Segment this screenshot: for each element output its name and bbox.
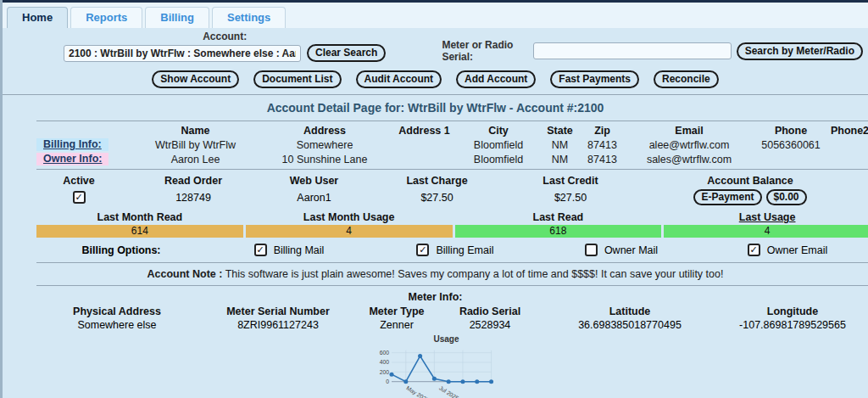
audit-account-button[interactable]: Audit Account	[356, 70, 442, 88]
billing-email-checkbox[interactable]: ✓	[416, 244, 429, 256]
last-usage-link[interactable]: Last Usage	[664, 211, 868, 223]
billing-zip: 87413	[579, 139, 626, 151]
billing-address: Somewhere	[257, 139, 392, 151]
column-header-city: City	[456, 125, 541, 137]
balance-amount-button[interactable]: $0.00	[766, 189, 807, 205]
account-search-input[interactable]	[64, 45, 301, 62]
column-header-address1: Address 1	[392, 125, 456, 137]
physical-address-value: Somewhere else	[36, 319, 198, 331]
svg-text:600: 600	[380, 350, 390, 356]
account-status-section: Active Read Order Web User Last Charge L…	[36, 175, 868, 205]
owner-address: 10 Sunshine Lane	[257, 154, 392, 165]
divider	[36, 285, 868, 286]
owner-zip: 87413	[579, 154, 626, 165]
svg-text:200: 200	[380, 369, 390, 375]
account-balance-label: Account Balance	[630, 175, 868, 187]
contact-table: Name Address Address 1 City State Zip Em…	[36, 125, 868, 165]
account-note-label: Account Note :	[147, 268, 223, 280]
latitude-label: Latitude	[545, 306, 715, 317]
owner-mail-checkbox[interactable]	[585, 244, 598, 256]
account-note-text: This software is just plain awesome! Sav…	[225, 268, 724, 280]
column-header-state: State	[541, 125, 579, 137]
content-area: Account: Clear Search Meter or Radio Ser…	[3, 28, 868, 398]
usage-chart-svg: 0200400600May 2025Jul 2025	[361, 344, 509, 398]
meter-type-label: Meter Type	[359, 306, 435, 317]
meter-serial-input[interactable]	[533, 42, 731, 59]
account-balance-buttons: E-Payment $0.00	[630, 189, 868, 205]
latitude-value: 36.698385018770495	[545, 319, 715, 331]
billing-email: alee@wtrflw.com	[626, 139, 753, 151]
usage-chart-title: Usage	[355, 334, 516, 344]
owner-email-checkbox[interactable]: ✓	[748, 244, 760, 256]
column-header-phone2: Phone2	[829, 125, 868, 137]
tab-billing[interactable]: Billing	[145, 7, 209, 28]
billing-name: WtrBill by WtrFlw	[134, 139, 257, 151]
last-read-bar: 618	[455, 225, 662, 238]
owner-info-link[interactable]: Owner Info:	[36, 153, 108, 165]
active-checkbox[interactable]: ✓	[73, 191, 86, 204]
column-header-zip: Zip	[579, 125, 626, 137]
search-section: Account: Clear Search Meter or Radio Ser…	[3, 28, 868, 63]
owner-email-label: Owner Email	[767, 244, 828, 256]
column-header-address: Address	[257, 125, 392, 137]
account-label: Account:	[203, 31, 247, 42]
owner-email: sales@wtrflw.com	[626, 154, 753, 165]
last-credit-value: $27.50	[511, 192, 630, 204]
clear-search-button[interactable]: Clear Search	[307, 44, 386, 62]
show-account-button[interactable]: Show Account	[152, 70, 239, 88]
tab-bar: Home Reports Billing Settings	[3, 3, 868, 28]
web-user-label: Web User	[265, 175, 363, 187]
search-by-meter-button[interactable]: Search by Meter/Radio	[737, 42, 863, 60]
last-read-label: Last Read	[455, 211, 662, 223]
account-search-group: Account: Clear Search	[64, 31, 386, 62]
last-month-read-bar: 614	[36, 225, 243, 238]
last-usage-bar: 4	[664, 225, 868, 238]
fast-payments-button[interactable]: Fast Payments	[550, 70, 639, 88]
owner-city: Bloomfield	[456, 154, 541, 165]
account-actions-row: Show Account Document List Audit Account…	[3, 70, 868, 88]
divider	[3, 94, 868, 95]
meter-info-section: Physical Address Meter Serial Number Met…	[36, 306, 868, 331]
meter-info-title: Meter Info:	[3, 291, 868, 303]
last-month-read-label: Last Month Read	[36, 211, 243, 223]
svg-text:0: 0	[386, 378, 389, 384]
last-month-usage-bar: 4	[246, 225, 453, 238]
add-account-button[interactable]: Add Account	[456, 70, 536, 88]
billing-city: Bloomfield	[456, 139, 541, 151]
billing-email-label: Billing Email	[436, 244, 493, 256]
longitude-label: Longitude	[715, 306, 868, 317]
billing-mail-label: Billing Mail	[274, 244, 325, 256]
last-charge-value: $27.50	[363, 192, 511, 204]
column-header-name: Name	[134, 125, 257, 137]
tab-reports[interactable]: Reports	[70, 7, 142, 28]
billing-state: NM	[541, 139, 579, 151]
tab-settings[interactable]: Settings	[212, 7, 286, 28]
app-window: Home Reports Billing Settings Account: C…	[0, 0, 868, 398]
document-list-button[interactable]: Document List	[253, 70, 341, 88]
usage-chart: Usage 0200400600May 2025Jul 2025	[355, 334, 516, 398]
divider	[36, 169, 868, 170]
svg-text:May 2025: May 2025	[405, 384, 431, 398]
reconcile-button[interactable]: Reconcile	[654, 70, 719, 88]
meter-type-value: Zenner	[359, 319, 435, 331]
tab-home[interactable]: Home	[7, 7, 68, 28]
owner-mail-label: Owner Mail	[604, 244, 658, 256]
longitude-value: -107.86981789529565	[715, 319, 868, 331]
billing-info-link[interactable]: Billing Info:	[36, 138, 108, 151]
owner-name: Aaron Lee	[134, 154, 257, 165]
billing-options-section: Billing Options: ✓ Billing Mail ✓ Billin…	[36, 244, 868, 256]
e-payment-button[interactable]: E-Payment	[693, 189, 761, 205]
column-header-phone: Phone	[753, 125, 829, 137]
meter-serial-number-value: 8ZRI9961127243	[198, 319, 359, 331]
owner-state: NM	[541, 154, 579, 165]
page-title: Account Detail Page for: WtrBill by WtrF…	[3, 101, 868, 115]
meter-search-group: Meter or Radio Serial: Search by Meter/R…	[442, 39, 863, 63]
read-order-label: Read Order	[121, 175, 265, 187]
last-month-usage-label: Last Month Usage	[246, 211, 453, 223]
web-user-value: Aaron1	[265, 192, 363, 204]
divider	[36, 121, 868, 121]
svg-text:Jul 2025: Jul 2025	[438, 384, 460, 398]
billing-phone: 5056360061	[753, 139, 829, 151]
physical-address-label: Physical Address	[36, 306, 198, 317]
billing-mail-checkbox[interactable]: ✓	[254, 244, 267, 256]
